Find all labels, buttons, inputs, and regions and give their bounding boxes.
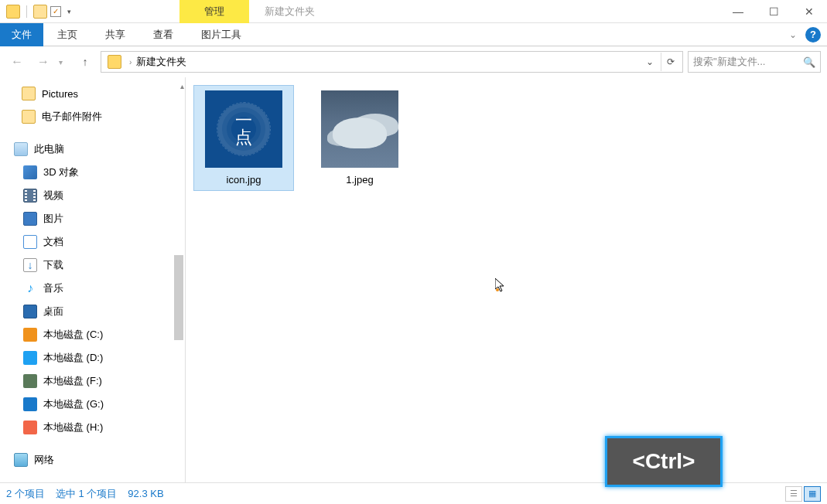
up-button[interactable]: ↑ — [74, 51, 96, 73]
drive-icon — [23, 421, 37, 434]
search-placeholder: 搜索"新建文件... — [693, 55, 765, 69]
qat-dropdown-icon[interactable]: ▾ — [67, 8, 71, 15]
tree-item-drive-c[interactable]: 本地磁盘 (C:) — [0, 323, 185, 346]
status-item-count: 2 个项目 — [6, 487, 45, 501]
maximize-button[interactable]: ☐ — [756, 0, 791, 23]
ribbon-tabs: 文件 主页 共享 查看 图片工具 ⌄ ? — [0, 23, 827, 46]
drive-icon — [23, 374, 37, 388]
status-selected: 选中 1 个项目 — [56, 487, 117, 501]
window-icon[interactable] — [6, 5, 20, 19]
tree-label: 视频 — [43, 189, 63, 203]
tree-label: Pictures — [42, 88, 78, 100]
pc-icon — [14, 142, 28, 156]
tree-label: 文档 — [43, 235, 63, 249]
downloads-icon: ↓ — [23, 258, 37, 272]
tree-item-desktop[interactable]: 桌面 — [0, 300, 185, 323]
tree-label: 本地磁盘 (H:) — [43, 421, 103, 434]
details-view-button[interactable]: ☰ — [785, 486, 802, 502]
file-item-icon-jpg[interactable]: 一 点 icon.jpg — [193, 85, 294, 191]
tree-item-music[interactable]: ♪ 音乐 — [0, 277, 185, 300]
music-icon: ♪ — [23, 281, 37, 295]
ribbon-collapse-icon[interactable]: ⌄ — [781, 29, 805, 40]
videos-icon — [23, 189, 37, 203]
tree-item-images[interactable]: 图片 — [0, 207, 185, 230]
cursor-icon — [495, 278, 506, 292]
tab-home[interactable]: 主页 — [43, 23, 91, 46]
3d-objects-icon — [23, 165, 37, 179]
drive-icon — [23, 351, 37, 365]
tree-item-drive-h[interactable]: 本地磁盘 (H:) — [0, 416, 185, 439]
tree-label: 3D 对象 — [43, 165, 79, 179]
help-icon[interactable]: ? — [805, 27, 821, 43]
tree-label: 桌面 — [43, 305, 63, 318]
tree-item-3d-objects[interactable]: 3D 对象 — [0, 161, 185, 184]
tree-item-downloads[interactable]: ↓ 下载 — [0, 254, 185, 277]
tree-label: 本地磁盘 (D:) — [43, 351, 103, 365]
file-thumbnail: 一 点 — [205, 90, 282, 168]
tree-item-drive-d[interactable]: 本地磁盘 (D:) — [0, 346, 185, 369]
desktop-icon — [23, 305, 37, 318]
tree-item-drive-f[interactable]: 本地磁盘 (F:) — [0, 369, 185, 393]
documents-icon — [23, 235, 37, 249]
forward-button[interactable]: → — [32, 51, 54, 73]
file-label: icon.jpg — [199, 174, 289, 186]
svg-point-0 — [496, 288, 499, 291]
tree-item-email-attachments[interactable]: 电子邮件附件 — [0, 105, 185, 128]
tab-file[interactable]: 文件 — [0, 23, 43, 46]
contextual-tab-manage[interactable]: 管理 — [179, 0, 249, 23]
tab-picture-tools[interactable]: 图片工具 — [187, 23, 255, 46]
search-icon[interactable]: 🔍 — [803, 56, 815, 68]
close-button[interactable]: ✕ — [791, 0, 827, 23]
qat-properties-button[interactable]: ✓ — [50, 6, 61, 17]
tree-item-videos[interactable]: 视频 — [0, 184, 185, 207]
tree-label: 图片 — [43, 212, 63, 226]
file-item-1-jpeg[interactable]: 1.jpeg — [309, 85, 410, 191]
folder-icon — [22, 110, 36, 124]
breadcrumb-current[interactable]: 新建文件夹 — [136, 55, 186, 69]
network-icon — [14, 453, 28, 467]
folder-icon — [22, 87, 36, 100]
address-bar[interactable]: › 新建文件夹 ⌄ ⟳ — [101, 51, 683, 73]
address-folder-icon — [108, 55, 121, 69]
scrollbar-thumb[interactable] — [174, 255, 183, 340]
tree-label: 本地磁盘 (F:) — [43, 374, 102, 388]
tree-label: 本地磁盘 (C:) — [43, 328, 103, 342]
tree-label: 本地磁盘 (G:) — [43, 397, 104, 411]
status-size: 92.3 KB — [128, 488, 163, 499]
tab-share[interactable]: 共享 — [91, 23, 139, 46]
titlebar: ✓ ▾ 管理 新建文件夹 — ☐ ✕ — [0, 0, 827, 23]
file-label: 1.jpeg — [315, 174, 405, 186]
images-icon — [23, 212, 37, 226]
refresh-button[interactable]: ⟳ — [661, 53, 679, 71]
tree-item-this-pc[interactable]: 此电脑 — [0, 138, 185, 161]
drive-icon — [23, 328, 37, 342]
navigation-pane[interactable]: ▴ Pictures 电子邮件附件 此电脑 3D 对象 视频 图片 文档 — [0, 77, 186, 482]
thumbnails-view-button[interactable]: ▦ — [804, 486, 821, 502]
tree-item-drive-g[interactable]: 本地磁盘 (G:) — [0, 393, 185, 416]
tree-label: 音乐 — [43, 281, 63, 295]
minimize-button[interactable]: — — [720, 0, 756, 23]
breadcrumb-separator-icon[interactable]: › — [129, 58, 132, 66]
window-title: 新建文件夹 — [265, 5, 315, 19]
file-thumbnail — [321, 90, 398, 168]
address-dropdown-icon[interactable]: ⌄ — [641, 53, 659, 71]
ctrl-key-label: <Ctrl> — [633, 449, 695, 474]
navigation-toolbar: ← → ▾ ↑ › 新建文件夹 ⌄ ⟳ 搜索"新建文件... 🔍 — [0, 46, 827, 77]
tree-label: 下载 — [43, 258, 63, 272]
back-button[interactable]: ← — [6, 51, 28, 73]
ctrl-key-overlay: <Ctrl> — [605, 436, 723, 487]
tree-label: 网络 — [34, 453, 54, 467]
tree-label: 此电脑 — [34, 142, 64, 156]
quick-access-toolbar: ✓ ▾ — [0, 5, 71, 19]
content-pane[interactable]: 一 点 icon.jpg 1.jpeg — [186, 77, 827, 482]
qat-folder-button[interactable] — [33, 5, 47, 19]
tab-view[interactable]: 查看 — [139, 23, 187, 46]
tree-item-documents[interactable]: 文档 — [0, 230, 185, 254]
search-input[interactable]: 搜索"新建文件... 🔍 — [688, 51, 821, 73]
tree-item-network[interactable]: 网络 — [0, 448, 185, 472]
drive-icon — [23, 397, 37, 411]
tree-label: 电子邮件附件 — [42, 110, 102, 124]
history-dropdown-icon[interactable]: ▾ — [59, 58, 70, 66]
tree-item-pictures[interactable]: Pictures — [0, 82, 185, 105]
scroll-up-icon[interactable]: ▴ — [180, 82, 184, 90]
